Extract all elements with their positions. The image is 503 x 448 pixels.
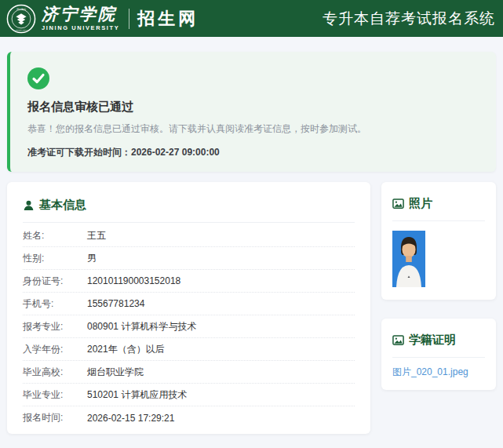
student-status-title: 学籍证明 — [409, 333, 456, 348]
basic-info-rows: 姓名: 王五 性别: 男 身份证号: 120101190003152018 手机… — [23, 224, 355, 429]
basic-info-card: 基本信息 姓名: 王五 性别: 男 身份证号: 1201011900031520… — [7, 182, 370, 434]
field-label: 身份证号: — [23, 275, 87, 288]
site-name: 招生网 — [137, 7, 199, 31]
field-label: 姓名: — [23, 229, 87, 242]
info-row-name: 姓名: 王五 — [23, 224, 355, 247]
review-passed-banner: 报名信息审核已通过 恭喜！您的报名信息已通过审核。请下载并认真阅读准考证信息，按… — [7, 52, 496, 172]
field-value: 120101190003152018 — [87, 275, 180, 286]
info-row-graduate-major: 毕业专业: 510201 计算机应用技术 — [23, 384, 355, 406]
field-value: 2026-02-15 17:29:21 — [87, 413, 174, 424]
field-label: 毕业专业: — [23, 388, 87, 402]
section-divider — [23, 222, 355, 223]
info-row-id-number: 身份证号: 120101190003152018 — [23, 270, 355, 293]
photo-card-title: 照片 — [409, 196, 432, 211]
field-label: 报考专业: — [23, 320, 87, 333]
student-status-header: 学籍证明 — [392, 333, 485, 348]
svg-text:JINING UNIV: JINING UNIV — [16, 29, 27, 31]
logo-divider — [129, 9, 129, 29]
banner-description: 恭喜！您的报名信息已通过审核。请下载并认真阅读准考证信息，按时参加测试。 — [27, 122, 477, 136]
system-title: 专升本自荐考试报名系统 — [323, 9, 495, 29]
field-label: 手机号: — [23, 297, 87, 311]
photo-card: 照片 — [381, 182, 496, 300]
field-label: 毕业高校: — [23, 366, 87, 379]
info-row-graduate-school: 毕业高校: 烟台职业学院 — [23, 361, 355, 384]
basic-info-title: 基本信息 — [39, 198, 86, 213]
field-label: 入学年份: — [23, 343, 87, 356]
logo-en-text: JINING UNIVERSITY — [42, 25, 119, 31]
ticket-download-time-label: 准考证可下载开始时间： — [27, 147, 131, 158]
field-label: 报名时间: — [23, 411, 87, 424]
info-row-register-time: 报名时间: 2026-02-15 17:29:21 — [23, 406, 355, 429]
image-icon — [392, 198, 404, 209]
app-header: 济宁学院 JINING UNIV 济宁学院 JINING UNIVERSITY … — [0, 0, 503, 37]
info-row-phone: 手机号: 15567781234 — [23, 293, 355, 315]
applicant-id-photo — [392, 231, 425, 287]
photo-card-header: 照片 — [392, 196, 485, 211]
banner-title: 报名信息审核已通过 — [27, 100, 477, 115]
check-circle-icon — [27, 67, 49, 89]
basic-info-header: 基本信息 — [23, 198, 355, 213]
svg-text:济宁学院: 济宁学院 — [16, 7, 26, 10]
logo-cn-text: 济宁学院 — [42, 6, 119, 23]
university-logo: 济宁学院 JINING UNIV 济宁学院 JINING UNIVERSITY … — [6, 4, 199, 34]
proof-file-link[interactable]: 图片_020_01.jpeg — [392, 366, 468, 379]
info-row-apply-major: 报考专业: 080901 计算机科学与技术 — [23, 315, 355, 338]
info-row-gender: 性别: 男 — [23, 247, 355, 270]
field-value: 080901 计算机科学与技术 — [87, 320, 196, 333]
info-row-enroll-year: 入学年份: 2021年（含）以后 — [23, 338, 355, 361]
field-value: 2021年（含）以后 — [87, 343, 165, 356]
ticket-download-time-value: 2026-02-27 09:00:00 — [131, 147, 220, 158]
section-divider — [392, 357, 485, 358]
ticket-download-time: 准考证可下载开始时间：2026-02-27 09:00:00 — [27, 146, 477, 159]
field-value: 男 — [87, 252, 97, 265]
field-value: 王五 — [87, 229, 106, 242]
right-column: 照片 — [381, 182, 496, 390]
field-value: 510201 计算机应用技术 — [87, 388, 187, 402]
field-value: 烟台职业学院 — [87, 366, 144, 379]
section-divider — [392, 220, 485, 221]
field-label: 性别: — [23, 252, 87, 265]
field-value: 15567781234 — [87, 298, 144, 309]
university-seal-icon: 济宁学院 JINING UNIV — [6, 4, 36, 34]
user-icon — [23, 199, 35, 211]
student-status-card: 学籍证明 图片_020_01.jpeg — [381, 319, 496, 390]
image-icon — [392, 334, 404, 346]
